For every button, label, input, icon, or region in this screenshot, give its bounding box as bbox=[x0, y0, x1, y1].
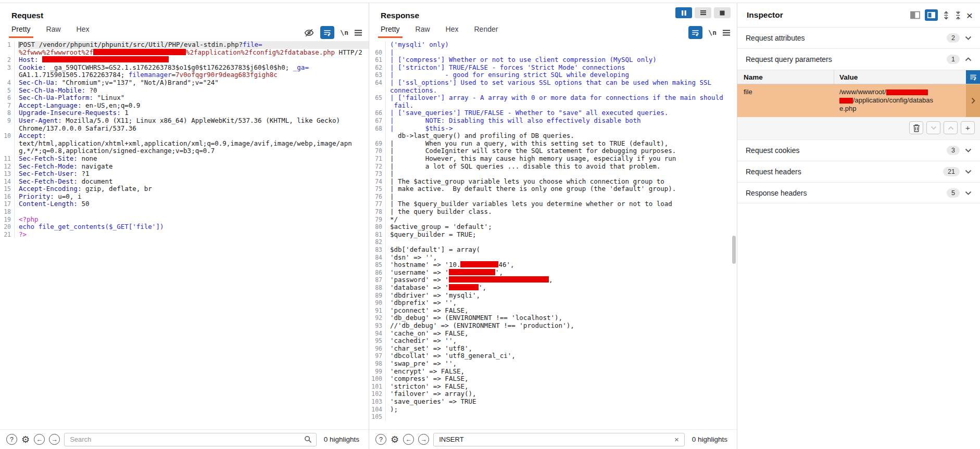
expand-all-icon[interactable] bbox=[943, 11, 950, 20]
line-number: 17 bbox=[0, 200, 15, 208]
tab-raw[interactable]: Raw bbox=[416, 25, 430, 38]
chevron-down-icon[interactable] bbox=[965, 191, 972, 195]
inspector-section-request-attributes[interactable]: Request attributes2 bbox=[737, 27, 980, 48]
tab-pretty[interactable]: Pretty bbox=[11, 25, 31, 38]
tab-raw[interactable]: Raw bbox=[46, 25, 61, 38]
code-text: g,*/*;q=0.8,application/signed-exchange;… bbox=[19, 147, 369, 155]
wrap-text-icon[interactable] bbox=[966, 70, 980, 84]
move-down-button[interactable] bbox=[926, 121, 940, 134]
response-footer: ? ⚙ ← → × 0 highlights bbox=[369, 429, 737, 449]
response-editor[interactable]: ('mysqli' only)60|61| ['compress'] Wheth… bbox=[369, 38, 737, 429]
code-segment: ?1 bbox=[78, 170, 90, 177]
request-search-input[interactable] bbox=[69, 435, 304, 444]
next-match-icon[interactable]: → bbox=[418, 434, 429, 445]
code-text: 'database' => '', bbox=[390, 284, 737, 292]
code-text: 'dbprefix' => '', bbox=[390, 299, 737, 307]
delete-param-button[interactable] bbox=[909, 121, 923, 134]
request-title: Request bbox=[0, 3, 369, 20]
chevron-down-icon[interactable] bbox=[965, 36, 972, 40]
prev-match-icon[interactable]: ← bbox=[403, 434, 414, 445]
dock-left-icon[interactable] bbox=[910, 11, 920, 19]
code-segment: navigate bbox=[78, 162, 113, 170]
code-line: fail. bbox=[369, 102, 737, 110]
prev-match-icon[interactable]: ← bbox=[34, 434, 45, 445]
line-number: 60 bbox=[369, 49, 386, 57]
code-text: | a lot of SQL queries ... disable this … bbox=[390, 163, 737, 171]
tab-pretty[interactable]: Pretty bbox=[381, 25, 400, 38]
code-segment bbox=[39, 56, 43, 63]
chevron-down-icon[interactable] bbox=[965, 148, 972, 152]
next-match-icon[interactable]: → bbox=[49, 434, 60, 445]
menu-icon[interactable] bbox=[722, 29, 731, 36]
line-number: 72 bbox=[369, 163, 386, 171]
code-segment: 46', bbox=[498, 261, 514, 268]
add-param-button[interactable]: + bbox=[961, 121, 975, 134]
code-segment: %2fapplication%2fconfig%2fdatabase.php bbox=[186, 48, 335, 56]
inspector-section-request-cookies[interactable]: Request cookies3 bbox=[737, 139, 980, 161]
code-line: 82 bbox=[369, 238, 737, 246]
move-up-button[interactable] bbox=[944, 121, 958, 134]
tab-render[interactable]: Render bbox=[474, 25, 498, 38]
collapse-all-icon[interactable] bbox=[954, 11, 962, 20]
code-segment: , bbox=[549, 276, 553, 284]
line-number: 103 bbox=[369, 398, 386, 406]
code-segment: | NOTE: Disabling this will also effecti… bbox=[390, 117, 641, 124]
line-number: 89 bbox=[369, 292, 386, 300]
inspector-section-request-headers[interactable]: Request headers21 bbox=[737, 161, 980, 182]
chevron-right-icon[interactable] bbox=[966, 84, 980, 117]
code-segment: | make active. By default there is only … bbox=[390, 185, 676, 193]
request-footer: ? ⚙ ← → 0 highlights bbox=[0, 429, 369, 449]
line-number: 11 bbox=[0, 155, 15, 163]
help-icon[interactable]: ? bbox=[375, 434, 386, 445]
gear-icon[interactable]: ⚙ bbox=[391, 435, 399, 444]
redaction-box bbox=[449, 284, 479, 290]
code-text: ('mysqli' only) bbox=[390, 41, 737, 49]
newline-icon[interactable]: \n bbox=[340, 29, 348, 36]
tab-hex[interactable]: Hex bbox=[77, 25, 90, 38]
inspector-section-request-query-parameters[interactable]: Request query parameters1 bbox=[737, 48, 980, 70]
search-icon[interactable] bbox=[304, 435, 312, 443]
inspector-section-response-headers[interactable]: Response headers5 bbox=[737, 182, 980, 203]
code-line: 85'hostname' => '10.46', bbox=[369, 261, 737, 269]
line-number bbox=[0, 140, 15, 148]
wrap-text-icon[interactable] bbox=[688, 26, 702, 39]
chevron-up-icon[interactable] bbox=[965, 57, 972, 61]
eye-off-icon[interactable] bbox=[304, 28, 315, 38]
wrap-text-icon[interactable] bbox=[320, 26, 334, 39]
response-search-input[interactable] bbox=[438, 435, 673, 444]
clear-search-icon[interactable]: × bbox=[673, 435, 680, 443]
code-line: 88'database' => '', bbox=[369, 284, 737, 292]
code-line: 3Cookie: _ga_59QTCWHRS3=GS2.1.s176226378… bbox=[0, 64, 369, 72]
newline-icon[interactable]: \n bbox=[708, 29, 717, 36]
layout-horizontal-button[interactable] bbox=[695, 7, 711, 18]
response-scrollbar[interactable] bbox=[732, 236, 736, 264]
redaction-box bbox=[839, 98, 853, 104]
code-line: 6Sec-Ch-Ua-Platform: "Linux" bbox=[0, 94, 369, 102]
request-editor[interactable]: 1POST /vendor/phpunit/phpunit/src/Util/P… bbox=[0, 38, 369, 429]
code-line: db->last_query() and profiling of DB que… bbox=[369, 132, 737, 140]
chevron-down-icon[interactable] bbox=[965, 170, 972, 174]
code-segment: ', bbox=[479, 284, 486, 291]
tab-hex[interactable]: Hex bbox=[446, 25, 459, 38]
table-toolbar: + bbox=[737, 117, 980, 139]
inspector-header: Inspector × bbox=[737, 3, 980, 27]
code-segment: | CodeIgniter will store the SQL stateme… bbox=[390, 147, 676, 155]
line-number: 92 bbox=[369, 314, 386, 322]
code-text: | ['failover'] array - A array with 0 or… bbox=[390, 94, 737, 102]
layout-single-button[interactable] bbox=[714, 7, 731, 18]
gear-icon[interactable]: ⚙ bbox=[21, 435, 30, 444]
table-row[interactable]: file/www/wwwroot//application/config/dat… bbox=[737, 84, 980, 117]
help-icon[interactable]: ? bbox=[6, 434, 17, 445]
line-number bbox=[0, 125, 15, 133]
dock-right-icon[interactable] bbox=[925, 9, 938, 21]
close-icon[interactable]: × bbox=[966, 10, 973, 21]
code-text: 'swap_pre' => '', bbox=[390, 360, 737, 368]
code-segment: | $this-> bbox=[390, 124, 453, 132]
layout-vertical-button[interactable] bbox=[675, 7, 692, 18]
code-line: 5Sec-Ch-Ua-Mobile: ?0 bbox=[0, 87, 369, 95]
line-number: 19 bbox=[0, 216, 15, 224]
menu-icon[interactable] bbox=[354, 29, 362, 36]
code-text: | bbox=[390, 170, 737, 178]
redaction-box bbox=[449, 269, 495, 275]
line-number: 87 bbox=[369, 276, 386, 284]
